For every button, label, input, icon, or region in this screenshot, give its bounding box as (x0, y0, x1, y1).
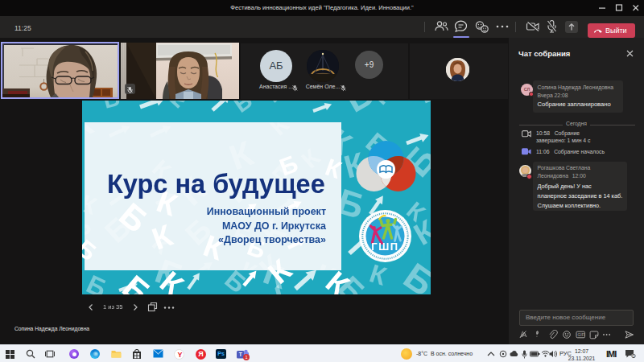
svg-text:Инновационный проект: Инновационный проект (207, 206, 326, 217)
svg-text:GIF: GIF (578, 333, 584, 337)
svg-text:«Дворец творчества»: «Дворец творчества» (218, 234, 326, 245)
svg-text:T: T (239, 352, 242, 357)
svg-text:МАОУ ДО г. Иркутска: МАОУ ДО г. Иркутска (222, 220, 327, 232)
svg-text:Курс на будущее: Курс на будущее (107, 170, 325, 199)
svg-text:ГШП: ГШП (371, 241, 398, 253)
